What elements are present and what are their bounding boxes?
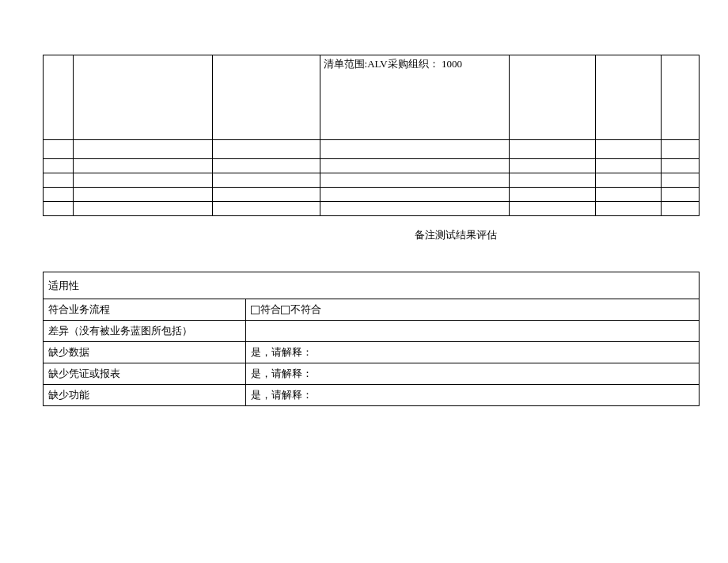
cell	[596, 140, 662, 159]
table-row	[44, 173, 700, 188]
caption-text: 备注测试结果评估	[415, 228, 497, 242]
cell	[510, 159, 596, 173]
cell	[320, 202, 510, 216]
cell	[212, 173, 320, 188]
cell	[662, 140, 700, 159]
table-row-missing-function: 缺少功能 是，请解释：	[44, 385, 700, 406]
cell-label: 适用性	[44, 272, 700, 299]
table-row-missing-data: 缺少数据 是，请解释：	[44, 342, 700, 363]
table-row-compliance: 符合业务流程 符合不符合	[44, 299, 700, 321]
cell	[596, 188, 662, 202]
cell-value: 是，请解释：	[245, 385, 699, 406]
cell	[662, 202, 700, 216]
option-compliant: 符合	[260, 303, 281, 315]
cell-label: 符合业务流程	[44, 299, 246, 321]
cell	[44, 188, 74, 202]
cell	[73, 188, 212, 202]
cell-value: 符合不符合	[245, 299, 699, 321]
cell-value: 是，请解释：	[245, 342, 699, 363]
cell-value: 是，请解释：	[245, 363, 699, 385]
cell	[510, 202, 596, 216]
cell	[662, 188, 700, 202]
evaluation-table: 适用性 符合业务流程 符合不符合 差异（没有被业务蓝图所包括） 缺少数据 是，请…	[43, 272, 700, 406]
cell-label: 差异（没有被业务蓝图所包括）	[44, 321, 246, 342]
table-row-missing-voucher: 缺少凭证或报表 是，请解释：	[44, 363, 700, 385]
cell	[662, 173, 700, 188]
cell	[212, 202, 320, 216]
cell	[596, 173, 662, 188]
table-row: 清单范围:ALV采购组织： 1000	[44, 55, 700, 140]
cell	[596, 55, 662, 140]
cell	[320, 159, 510, 173]
cell	[510, 188, 596, 202]
top-table: 清单范围:ALV采购组织： 1000	[43, 55, 700, 216]
cell	[44, 140, 74, 159]
checkbox-icon[interactable]	[251, 306, 260, 314]
cell	[662, 55, 700, 140]
table-row	[44, 140, 700, 159]
cell-label: 缺少数据	[44, 342, 246, 363]
table-row	[44, 202, 700, 216]
cell	[73, 55, 212, 140]
cell	[73, 140, 212, 159]
option-noncompliant: 不符合	[290, 303, 321, 315]
table-row-applicability: 适用性	[44, 272, 700, 299]
cell	[320, 188, 510, 202]
cell	[510, 140, 596, 159]
cell-label: 缺少凭证或报表	[44, 363, 246, 385]
cell	[212, 159, 320, 173]
cell	[73, 159, 212, 173]
cell	[212, 55, 320, 140]
cell	[212, 140, 320, 159]
cell	[320, 140, 510, 159]
table-row-difference: 差异（没有被业务蓝图所包括）	[44, 321, 700, 342]
table-row	[44, 159, 700, 173]
cell	[44, 55, 74, 140]
checkbox-icon[interactable]	[281, 306, 290, 314]
cell-value	[245, 321, 699, 342]
cell-list-range: 清单范围:ALV采购组织： 1000	[320, 55, 510, 140]
table-row	[44, 188, 700, 202]
cell	[662, 159, 700, 173]
cell	[320, 173, 510, 188]
cell-label: 缺少功能	[44, 385, 246, 406]
cell	[44, 173, 74, 188]
cell	[596, 202, 662, 216]
cell	[44, 202, 74, 216]
cell	[596, 159, 662, 173]
cell	[73, 173, 212, 188]
cell	[510, 55, 596, 140]
cell	[510, 173, 596, 188]
cell	[73, 202, 212, 216]
cell	[212, 188, 320, 202]
cell	[44, 159, 74, 173]
